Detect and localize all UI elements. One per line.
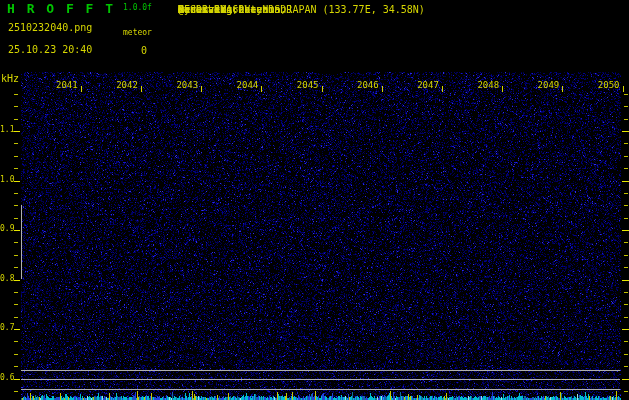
time-axis-label: 2049 — [532, 81, 559, 90]
freq-major-tick-right — [622, 280, 629, 281]
freq-minor-tick-right — [624, 143, 628, 144]
time-axis-label: 2044 — [231, 81, 258, 90]
station-info-block: Ovserver: @yuhmariReceiving Location: ku… — [178, 5, 628, 53]
time-axis-label: 2041 — [51, 81, 78, 90]
freq-major-tick-right — [622, 181, 629, 182]
time-axis-tick — [81, 86, 82, 92]
time-axis-tick — [201, 86, 202, 92]
freq-minor-tick-left — [14, 366, 18, 367]
freq-minor-tick-left — [14, 94, 18, 95]
freq-minor-tick-left — [14, 242, 18, 243]
freq-major-tick-left — [14, 230, 20, 231]
freq-minor-tick-right — [624, 354, 628, 355]
freq-axis-label: 1.1 — [0, 126, 14, 134]
freq-axis-label: 0.7 — [0, 324, 14, 332]
freq-minor-tick-left — [14, 119, 18, 120]
freq-minor-tick-right — [624, 218, 628, 219]
freq-major-tick-right — [622, 230, 629, 231]
freq-minor-tick-right — [624, 242, 628, 243]
freq-minor-tick-left — [14, 341, 18, 342]
freq-minor-tick-right — [624, 391, 628, 392]
freq-minor-tick-right — [624, 304, 628, 305]
freq-minor-tick-left — [14, 205, 18, 206]
reference-line — [21, 389, 620, 390]
freq-minor-tick-right — [624, 94, 628, 95]
meteor-counter-label: meteor — [123, 29, 152, 37]
freq-major-tick-left — [14, 280, 20, 281]
freq-minor-tick-right — [624, 317, 628, 318]
time-axis-tick — [442, 86, 443, 92]
freq-major-tick-left — [14, 131, 20, 132]
capture-datetime: 25.10.23 20:40 — [8, 45, 92, 55]
freq-minor-tick-left — [14, 354, 18, 355]
freq-minor-tick-right — [624, 205, 628, 206]
time-axis-label: 2045 — [292, 81, 319, 90]
freq-axis-unit-label: kHz — [1, 74, 19, 84]
time-axis-tick — [322, 86, 323, 92]
time-axis-tick — [562, 86, 563, 92]
time-axis-tick — [623, 86, 624, 92]
freq-axis-label: 0.9 — [0, 225, 14, 233]
left-edge-marker-line — [21, 205, 22, 279]
time-axis-label: 2048 — [472, 81, 499, 90]
freq-minor-tick-left — [14, 218, 18, 219]
time-axis-tick — [141, 86, 142, 92]
freq-minor-tick-right — [624, 106, 628, 107]
freq-major-tick-right — [622, 379, 629, 380]
freq-minor-tick-left — [14, 156, 18, 157]
time-axis-label: 2043 — [171, 81, 198, 90]
freq-major-tick-right — [622, 329, 629, 330]
reference-line — [21, 370, 620, 371]
freq-major-tick-left — [14, 379, 20, 380]
freq-minor-tick-left — [14, 106, 18, 107]
axes-layer: 1.11.00.90.80.70.62041204220432044204520… — [0, 0, 629, 400]
freq-minor-tick-left — [14, 391, 18, 392]
freq-minor-tick-left — [14, 193, 18, 194]
app-version: 1.0.0f — [123, 4, 152, 12]
time-axis-label: 2047 — [412, 81, 439, 90]
freq-minor-tick-right — [624, 119, 628, 120]
reference-line — [21, 379, 620, 380]
time-axis-tick — [261, 86, 262, 92]
freq-minor-tick-left — [14, 304, 18, 305]
freq-minor-tick-left — [14, 143, 18, 144]
freq-minor-tick-left — [14, 317, 18, 318]
time-axis-tick — [382, 86, 383, 92]
time-axis-label: 2042 — [111, 81, 138, 90]
freq-minor-tick-right — [624, 341, 628, 342]
freq-axis-label: 0.8 — [0, 275, 14, 283]
freq-minor-tick-right — [624, 156, 628, 157]
time-axis-label: 2046 — [352, 81, 379, 90]
meteor-count-value: 0 — [141, 46, 147, 56]
freq-minor-tick-right — [624, 292, 628, 293]
freq-axis-label: 1.0 — [0, 176, 14, 184]
hrofft-window: H R O F F T 1.0.0f 2510232040.png meteor… — [0, 0, 629, 400]
freq-minor-tick-left — [14, 255, 18, 256]
info-value: Radix RY-62V — [178, 5, 250, 15]
app-title: H R O F F T — [7, 2, 115, 15]
freq-major-tick-left — [14, 329, 20, 330]
output-filename: 2510232040.png — [8, 23, 92, 33]
freq-minor-tick-right — [624, 255, 628, 256]
freq-minor-tick-left — [14, 292, 18, 293]
freq-minor-tick-left — [14, 267, 18, 268]
freq-major-tick-left — [14, 181, 20, 182]
freq-minor-tick-right — [624, 168, 628, 169]
freq-minor-tick-left — [14, 168, 18, 169]
freq-minor-tick-right — [624, 267, 628, 268]
time-axis-label: 2050 — [593, 81, 620, 90]
freq-axis-label: 0.6 — [0, 374, 14, 382]
freq-major-tick-right — [622, 131, 629, 132]
freq-minor-tick-right — [624, 193, 628, 194]
time-axis-tick — [502, 86, 503, 92]
freq-minor-tick-right — [624, 366, 628, 367]
